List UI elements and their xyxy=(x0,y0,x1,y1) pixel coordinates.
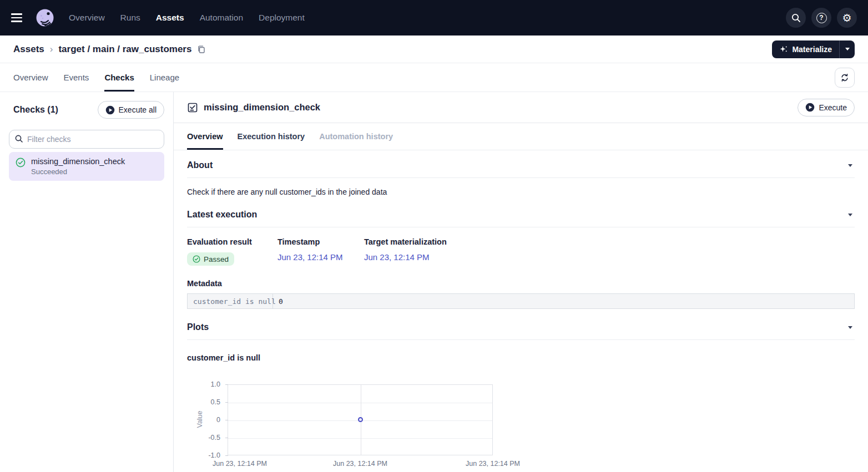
evaluation-result-label: Evaluation result xyxy=(187,237,277,246)
timestamp-label: Timestamp xyxy=(277,237,364,246)
dagster-logo-icon[interactable] xyxy=(36,8,54,27)
plots-heading: Plots xyxy=(187,322,209,332)
sparkle-icon xyxy=(779,45,788,54)
primary-nav: Overview Runs Assets Automation Deployme… xyxy=(69,13,305,23)
tab-automation-history: Automation history xyxy=(319,123,393,150)
nav-item-deployment[interactable]: Deployment xyxy=(259,13,305,23)
latest-execution-heading: Latest execution xyxy=(187,210,257,220)
about-heading: About xyxy=(187,160,213,170)
refresh-button[interactable] xyxy=(835,68,855,88)
breadcrumb-chevron-icon: › xyxy=(50,44,53,55)
checks-panel-title: Checks (1) xyxy=(13,105,58,115)
timestamp-link[interactable]: Jun 23, 12:14 PM xyxy=(277,252,364,262)
copy-button[interactable] xyxy=(197,45,206,54)
settings-button[interactable]: ⚙ xyxy=(837,8,857,28)
breadcrumb-assets-link[interactable]: Assets xyxy=(13,44,44,55)
play-icon xyxy=(105,105,115,115)
tab-execution-history[interactable]: Execution history xyxy=(238,123,305,150)
copy-icon xyxy=(197,45,206,54)
check-item-status: Succeeded xyxy=(31,168,125,176)
tab-events[interactable]: Events xyxy=(64,63,89,92)
plots-section-header: Plots xyxy=(187,309,855,340)
checks-list: missing_dimension_check Succeeded xyxy=(9,152,164,181)
gear-icon: ⚙ xyxy=(842,13,851,23)
refresh-icon xyxy=(840,73,850,83)
asset-check-icon xyxy=(187,102,198,113)
help-icon: ? xyxy=(816,13,827,23)
tab-lineage[interactable]: Lineage xyxy=(150,63,179,92)
execute-button[interactable]: Execute xyxy=(798,99,855,116)
check-detail-title: missing_dimension_check xyxy=(204,102,320,113)
latest-execution-collapse-button[interactable] xyxy=(846,211,855,219)
tab-check-overview[interactable]: Overview xyxy=(187,123,223,150)
check-description: Check if there are any null customer_ids… xyxy=(187,187,855,196)
play-icon xyxy=(805,103,815,112)
about-section-header: About xyxy=(187,150,855,178)
check-list-item[interactable]: missing_dimension_check Succeeded xyxy=(9,152,164,181)
nav-item-automation[interactable]: Automation xyxy=(200,13,243,23)
plots-collapse-button[interactable] xyxy=(846,324,855,331)
help-button[interactable]: ? xyxy=(811,8,831,28)
check-item-name: missing_dimension_check xyxy=(31,157,125,166)
search-icon xyxy=(791,13,801,23)
chevron-down-icon xyxy=(848,326,852,329)
chart-title: customer_id is null xyxy=(187,353,855,362)
asset-tabs-row: Overview Events Checks Lineage xyxy=(0,63,868,92)
metadata-key: customer_id is null xyxy=(188,294,273,308)
app-window: Overview Runs Assets Automation Deployme… xyxy=(0,0,868,472)
nav-item-overview[interactable]: Overview xyxy=(69,13,105,23)
materialize-dropdown-button[interactable] xyxy=(839,40,855,58)
value-chart: Value 1.0 0.5 0 -0.5 -1.0 xyxy=(191,380,513,472)
chevron-down-icon xyxy=(845,48,850,50)
materialize-split-button: Materialize xyxy=(772,40,855,58)
nav-item-assets[interactable]: Assets xyxy=(156,13,184,23)
metadata-table: customer_id is null 0 xyxy=(187,293,855,309)
metadata-value: 0 xyxy=(273,294,854,308)
search-icon xyxy=(14,134,24,144)
latest-execution-grid: Evaluation result Passed Timestamp Jun 2… xyxy=(187,237,855,266)
execute-all-button[interactable]: Execute all xyxy=(98,101,164,119)
top-nav: Overview Runs Assets Automation Deployme… xyxy=(0,0,868,35)
target-materialization-link[interactable]: Jun 23, 12:14 PM xyxy=(364,252,447,262)
check-passed-icon xyxy=(16,157,26,176)
materialize-button[interactable]: Materialize xyxy=(772,40,839,58)
filter-checks-input[interactable] xyxy=(9,130,164,149)
tab-overview[interactable]: Overview xyxy=(13,63,48,92)
metadata-heading: Metadata xyxy=(187,279,855,288)
target-materialization-label: Target materialization xyxy=(364,237,447,246)
tab-checks[interactable]: Checks xyxy=(104,63,134,92)
breadcrumb-asset-path: target / main / raw_customers xyxy=(58,44,191,55)
chart-data-point[interactable] xyxy=(358,417,363,422)
chevron-down-icon xyxy=(848,164,852,167)
check-detail-tabs: Overview Execution history Automation hi… xyxy=(174,123,868,150)
latest-execution-section-header: Latest execution xyxy=(187,196,855,227)
passed-badge: Passed xyxy=(187,252,234,266)
nav-item-runs[interactable]: Runs xyxy=(120,13,140,23)
hamburger-menu-icon[interactable] xyxy=(11,10,27,26)
about-collapse-button[interactable] xyxy=(846,162,855,169)
chevron-down-icon xyxy=(848,214,852,216)
asset-header-row: Assets › target / main / raw_customers M… xyxy=(0,35,868,63)
check-circle-icon xyxy=(193,255,200,263)
check-detail-panel: missing_dimension_check Execute Overview… xyxy=(174,92,868,472)
search-button[interactable] xyxy=(786,8,806,28)
check-detail-body: About Check if there are any null custom… xyxy=(174,150,868,472)
checks-sidebar: Checks (1) Execute all xyxy=(0,92,174,472)
